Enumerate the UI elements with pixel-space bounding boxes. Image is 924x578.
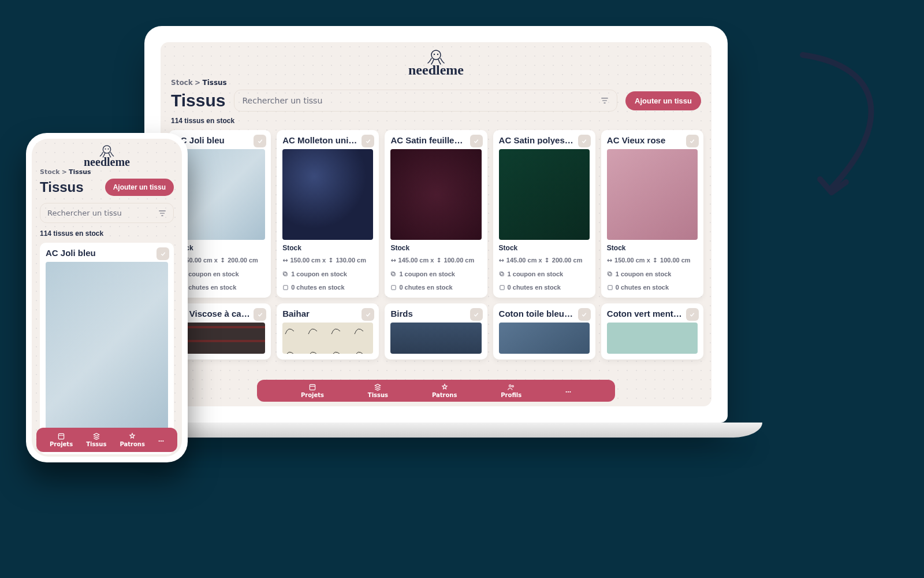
stock-label: Stock bbox=[282, 244, 373, 251]
fabric-card[interactable]: AC Satin feuilles … Stock ↔145.00 cm x ↕… bbox=[385, 130, 487, 298]
logo-text: needleme bbox=[408, 63, 464, 77]
fabric-card[interactable]: AC Satin polyest… Stock ↔145.00 cm x ↕20… bbox=[493, 130, 595, 298]
bottom-nav: Projets Tissus Patrons … bbox=[36, 428, 177, 452]
nav-projets[interactable]: Projets bbox=[301, 383, 324, 398]
phone-mockup: needleme Stock > Tissus Tissus Ajouter u… bbox=[26, 133, 188, 462]
scraps-count: 0 chutes en stock bbox=[607, 283, 698, 292]
coupon-count: 1 coupon en stock bbox=[282, 270, 373, 279]
breadcrumb[interactable]: Stock > Tissus bbox=[32, 169, 182, 175]
nav-profils[interactable]: Profils bbox=[501, 383, 521, 398]
stock-label: Stock bbox=[607, 244, 698, 251]
svg-point-0 bbox=[431, 50, 441, 60]
logo-text: needleme bbox=[84, 156, 130, 168]
stock-label: Stock bbox=[174, 244, 265, 251]
select-checkbox[interactable] bbox=[254, 135, 266, 147]
filter-icon bbox=[158, 209, 166, 217]
svg-rect-24 bbox=[58, 433, 64, 439]
svg-point-19 bbox=[509, 385, 512, 387]
stock-label: Stock bbox=[499, 244, 590, 251]
card-title: Coton vert ment… bbox=[607, 309, 698, 318]
svg-rect-10 bbox=[392, 272, 395, 275]
nav-patrons[interactable]: Patrons bbox=[120, 432, 144, 447]
svg-rect-6 bbox=[284, 273, 288, 276]
breadcrumb[interactable]: Stock > Tissus bbox=[161, 79, 711, 86]
svg-rect-16 bbox=[608, 272, 611, 275]
select-checkbox[interactable] bbox=[686, 308, 699, 321]
card-title: AC Satin polyest… bbox=[499, 136, 590, 144]
card-title: AC Viscose à car… bbox=[174, 309, 265, 318]
svg-rect-11 bbox=[392, 286, 396, 290]
svg-rect-17 bbox=[608, 286, 612, 290]
svg-point-21 bbox=[103, 146, 110, 153]
scraps-count: 0 chutes en stock bbox=[282, 283, 373, 292]
svg-rect-8 bbox=[284, 286, 288, 290]
fabric-card[interactable]: Birds bbox=[385, 303, 487, 360]
fabric-swatch bbox=[499, 149, 590, 240]
coupon-count: 1 coupon en stock bbox=[499, 270, 590, 279]
svg-rect-13 bbox=[500, 272, 503, 275]
stock-label: Stock bbox=[390, 244, 481, 251]
nav-more[interactable]: … bbox=[158, 437, 164, 443]
svg-rect-14 bbox=[500, 286, 504, 290]
coupon-count: 1 coupon en stock bbox=[390, 270, 481, 279]
stock-count: 114 tissus en stock bbox=[32, 227, 182, 240]
coupon-count: 1 coupon en stock bbox=[174, 270, 265, 279]
fabric-card[interactable]: Coton vert ment… bbox=[601, 303, 703, 360]
select-checkbox[interactable] bbox=[578, 135, 591, 147]
fabric-card[interactable]: AC Molleton uni … Stock ↔150.00 cm x ↕13… bbox=[277, 130, 379, 298]
svg-rect-18 bbox=[310, 384, 315, 390]
card-title: Birds bbox=[390, 309, 481, 318]
nav-tissus[interactable]: Tissus bbox=[368, 383, 388, 398]
add-fabric-button[interactable]: Ajouter un tissu bbox=[105, 179, 174, 196]
scraps-count: 0 chutes en stock bbox=[174, 283, 265, 292]
dimensions: ↔145.00 cm x ↕200.00 cm bbox=[499, 256, 590, 265]
card-title: AC Joli bleu bbox=[174, 136, 265, 144]
fabric-swatch bbox=[46, 262, 168, 437]
svg-point-2 bbox=[437, 54, 438, 55]
card-title: AC Satin feuilles … bbox=[390, 136, 481, 144]
page-title: Tissus bbox=[171, 92, 226, 109]
nav-tissus[interactable]: Tissus bbox=[86, 432, 106, 447]
nav-patrons[interactable]: Patrons bbox=[432, 383, 457, 398]
bottom-nav: Projets Tissus Patrons Profils … bbox=[257, 380, 615, 402]
card-title: Baihar bbox=[282, 309, 373, 318]
svg-point-22 bbox=[105, 149, 106, 150]
scraps-count: 0 chutes en stock bbox=[499, 283, 590, 292]
card-title: AC Joli bleu bbox=[46, 249, 168, 257]
fabric-swatch bbox=[499, 323, 590, 354]
fabric-swatch bbox=[607, 149, 698, 240]
select-checkbox[interactable] bbox=[470, 135, 483, 147]
select-checkbox[interactable] bbox=[470, 308, 483, 321]
app-desktop: needleme Stock > Tissus Tissus Recherche… bbox=[161, 42, 711, 406]
svg-point-1 bbox=[434, 54, 435, 55]
select-checkbox[interactable] bbox=[686, 135, 699, 147]
decorative-arrow bbox=[791, 49, 895, 199]
fabric-swatch bbox=[174, 149, 265, 240]
fabric-swatch bbox=[390, 323, 481, 354]
dimensions: ↔150.00 cm x ↕200.00 cm bbox=[174, 256, 265, 265]
fabric-swatch bbox=[282, 149, 373, 240]
select-checkbox[interactable] bbox=[362, 308, 374, 321]
stock-count: 114 tissus en stock bbox=[161, 115, 711, 127]
fabric-card[interactable]: AC Joli bleu Stock bbox=[40, 243, 174, 454]
fabric-card[interactable]: AC Vieux rose Stock ↔150.00 cm x ↕100.00… bbox=[601, 130, 703, 298]
fabric-card[interactable]: Baihar bbox=[277, 303, 379, 360]
nav-more[interactable]: … bbox=[565, 388, 571, 394]
svg-rect-7 bbox=[284, 272, 287, 275]
search-input[interactable]: Rechercher un tissu bbox=[40, 203, 174, 223]
select-checkbox[interactable] bbox=[157, 247, 169, 260]
svg-rect-15 bbox=[609, 273, 612, 276]
search-input[interactable]: Rechercher un tissu bbox=[234, 90, 618, 112]
select-checkbox[interactable] bbox=[254, 308, 266, 321]
scraps-count: 0 chutes en stock bbox=[390, 283, 481, 292]
select-checkbox[interactable] bbox=[362, 135, 374, 147]
select-checkbox[interactable] bbox=[578, 308, 591, 321]
fabric-swatch bbox=[607, 323, 698, 354]
svg-rect-9 bbox=[392, 273, 396, 276]
card-title: AC Vieux rose bbox=[607, 136, 698, 144]
nav-projets[interactable]: Projets bbox=[50, 432, 73, 447]
svg-rect-12 bbox=[500, 273, 504, 276]
fabric-card[interactable]: Coton toile bleu / … bbox=[493, 303, 595, 360]
add-fabric-button[interactable]: Ajouter un tissu bbox=[625, 91, 701, 110]
filter-icon bbox=[601, 97, 609, 105]
